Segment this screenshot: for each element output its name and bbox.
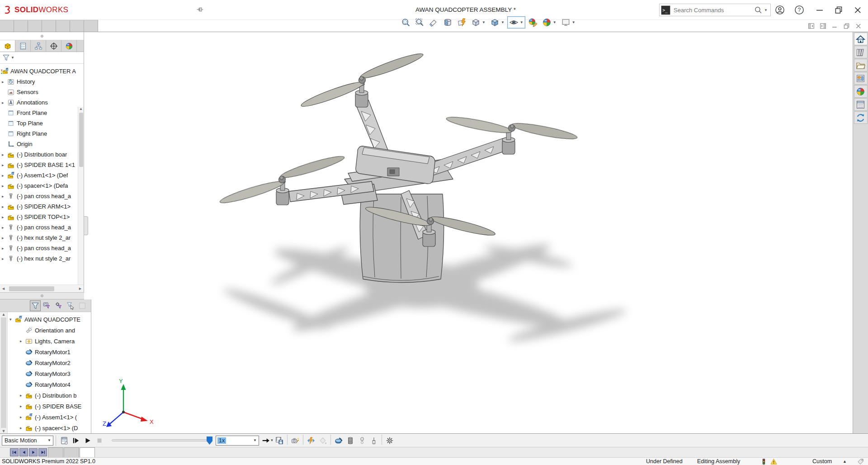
study-type-select[interactable]: Basic Motion ▼ (2, 436, 53, 446)
collapse-left-icon[interactable] (807, 22, 815, 30)
search-icon[interactable] (754, 6, 762, 14)
feature-tree-item[interactable]: ▸ (-) pan cross head_a (0, 191, 84, 201)
calculate[interactable]: ▼ (58, 435, 70, 446)
expand-chevron-icon[interactable]: ▸ (2, 163, 7, 167)
view-settings[interactable]: ▼ (559, 16, 577, 28)
dynamic-annotation-views[interactable]: ▼ (455, 16, 468, 28)
section-view[interactable]: ▼ (441, 16, 454, 28)
menu-item[interactable] (117, 8, 124, 12)
stop[interactable]: ▼ (94, 435, 105, 446)
unit-system-caret[interactable]: ▲ (843, 458, 847, 465)
motion-tree-item[interactable]: ▸ RotaryMotor3 (8, 368, 91, 379)
feature-tree-item[interactable]: ▸ (-) pan cross head_a (0, 222, 84, 232)
custom-properties[interactable] (854, 98, 868, 111)
view-palette[interactable] (854, 72, 868, 85)
apply-scene[interactable]: ▼ (540, 16, 558, 28)
spring[interactable]: ▼ (344, 435, 356, 446)
document-tab[interactable] (64, 447, 79, 457)
window-minimize-button[interactable] (815, 5, 825, 15)
add-key[interactable]: ▼ (317, 435, 329, 446)
scroll-right-icon[interactable]: ► (78, 286, 82, 291)
doc-close-button[interactable] (854, 22, 862, 30)
feature-tree-item[interactable]: ▸ (-) hex nut style 2_ar (0, 232, 84, 243)
command-tab[interactable] (0, 20, 14, 32)
displaymanager-tab[interactable] (61, 40, 77, 52)
feature-tree-item[interactable]: ▸ Sensors (0, 87, 84, 97)
play-from-start[interactable]: ▼ (70, 435, 82, 446)
expand-chevron-icon[interactable]: ▸ (2, 215, 7, 219)
filter-results[interactable] (77, 300, 88, 311)
doc-restore-button[interactable] (843, 22, 850, 30)
animation-wizard[interactable]: ▼ (289, 435, 301, 446)
feature-tree-item[interactable]: ▸ (-) Distribution boar (0, 149, 84, 160)
feature-tree-item[interactable]: ▸ (-) SPIDER TOP<1> (0, 212, 84, 222)
pin-menu-icon[interactable] (196, 6, 203, 13)
command-tab[interactable] (14, 20, 28, 32)
filter-mates[interactable] (42, 300, 52, 311)
motion-tree-item[interactable]: ▸ RotaryMotor1 (8, 346, 91, 357)
expand-chevron-icon[interactable]: ▸ (2, 194, 7, 199)
last-screen[interactable] (38, 448, 47, 456)
expand-chevron-icon[interactable]: ▸ (2, 152, 7, 157)
menu-item[interactable] (65, 8, 72, 12)
play[interactable]: ▼ (82, 435, 94, 446)
expand-chevron-icon[interactable]: ▸ (2, 204, 7, 209)
feature-tree-item[interactable]: ▸ (-) SPIDER ARM<1> (0, 201, 84, 212)
feature-tree-item[interactable]: ▸ Top Plane (0, 118, 84, 128)
file-explorer[interactable] (854, 59, 868, 71)
filter-animated[interactable] (30, 300, 41, 311)
menu-item[interactable] (106, 8, 113, 12)
dropdown-caret[interactable]: ▼ (553, 20, 557, 24)
timeline-slider-thumb[interactable] (207, 437, 212, 445)
propertymanager-tab[interactable] (15, 40, 31, 52)
document-tab[interactable] (48, 447, 63, 457)
save-animation[interactable]: ▼ (274, 435, 285, 446)
window-restore-button[interactable] (834, 5, 844, 15)
expand-chevron-icon[interactable]: ▸ (20, 339, 25, 343)
zoom-to-fit[interactable]: ▼ (399, 16, 412, 28)
command-tab[interactable] (84, 20, 98, 32)
expand-chevron-icon[interactable]: ▸ (2, 80, 7, 84)
autokey[interactable]: ▼ (305, 435, 317, 446)
scroll-thumb[interactable] (1, 318, 6, 428)
collapse-right-icon[interactable] (819, 22, 827, 30)
expand-chevron-icon[interactable]: ▸ (2, 225, 7, 230)
motion-tree-scrollbar[interactable]: ▲ ▼ (0, 312, 8, 433)
dimxpertmanager-tab[interactable] (46, 40, 61, 52)
viewport-splitter-grip[interactable] (84, 216, 88, 235)
motion-tree-item[interactable]: ▸ (-) spacer<1> (D (8, 422, 91, 433)
damper[interactable]: ▼ (368, 435, 380, 446)
scroll-thumb[interactable] (9, 286, 54, 291)
user-account-icon[interactable] (775, 5, 785, 15)
feature-tree-item[interactable]: ▸ Origin (0, 139, 84, 149)
tree-horizontal-scrollbar[interactable]: ◄ ► (0, 285, 84, 292)
document-tab[interactable] (80, 447, 95, 457)
help-icon[interactable]: ? (794, 5, 804, 15)
scroll-left-icon[interactable]: ◄ (1, 286, 5, 291)
feature-tree-item[interactable]: ▸ (-) hex nut style 2_ar (0, 253, 84, 264)
expand-chevron-icon[interactable]: ▸ (2, 173, 7, 178)
featuremanager-tab[interactable] (0, 40, 15, 52)
scroll-up-icon[interactable]: ▲ (79, 107, 83, 111)
feature-tree-item[interactable]: ▸ History (0, 76, 84, 87)
motion-study-properties[interactable]: ▼ (384, 435, 396, 446)
filter-selected[interactable] (65, 300, 76, 311)
menu-item[interactable] (75, 8, 82, 12)
search-commands-input[interactable]: >_ Search Commands ▼ (659, 4, 771, 16)
dropdown-caret[interactable]: ▼ (482, 20, 486, 24)
command-tab[interactable] (56, 20, 70, 32)
filter-driving[interactable] (53, 300, 64, 311)
feature-tree-item[interactable]: ▸ (-) Assem1<1> (Def (0, 170, 84, 180)
force[interactable]: ▼ (356, 435, 368, 446)
feature-tree-item[interactable]: ▸ (-) spacer<1> (Defa (0, 180, 84, 191)
feature-tree-item[interactable]: ▸ (-) SPIDER BASE 1<1 (0, 160, 84, 170)
search-options-caret[interactable]: ▼ (764, 8, 768, 12)
doc-minimize-button[interactable] (831, 22, 839, 30)
hide-show-items[interactable]: ▼ (507, 16, 525, 28)
motion-tree-item[interactable]: ▸ Orientation and (8, 325, 91, 336)
feature-tree-item[interactable]: ▸ AWAN QUADCOPTER A (0, 66, 84, 76)
expand-chevron-icon[interactable]: ▾ (9, 317, 15, 322)
dropdown-caret[interactable]: ▼ (501, 20, 505, 24)
playback-mode[interactable]: ▼ (262, 435, 274, 446)
dropdown-caret[interactable]: ▼ (520, 20, 524, 24)
